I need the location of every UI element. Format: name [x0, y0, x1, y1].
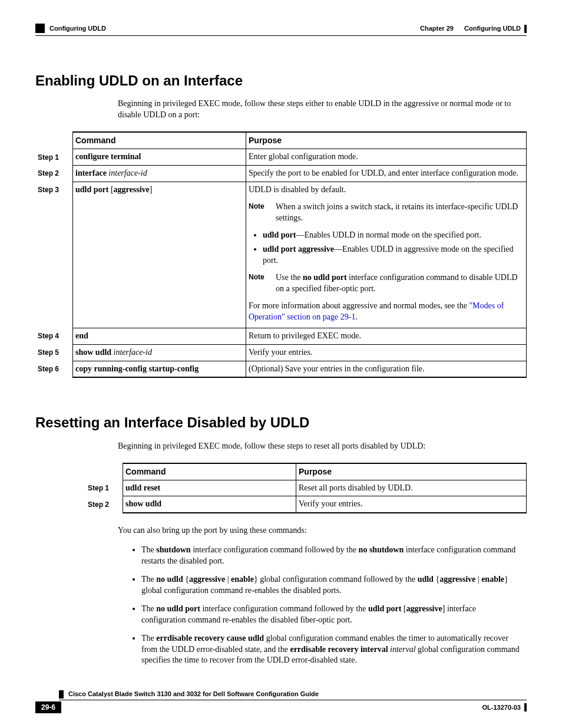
table-row: Step 6 copy running-config startup-confi… [35, 361, 527, 377]
section2-table: Command Purpose Step 1 udld reset Reset … [85, 463, 527, 514]
purpose: Verify your entries. [296, 496, 527, 513]
purpose: Specify the port to be enabled for UDLD,… [246, 165, 527, 182]
note-text: Use the no udld port interface configura… [276, 272, 524, 295]
cmd-arg: interface-id [108, 169, 147, 177]
header-bar-icon [524, 25, 527, 33]
list-item: udld port—Enables UDLD in normal mode on… [263, 230, 524, 241]
th-purpose: Purpose [246, 132, 527, 149]
purpose: (Optional) Save your entries in the conf… [246, 361, 527, 377]
purpose-line: For more information about aggressive an… [249, 301, 524, 323]
list-item: udld port aggressive—Enables UDLD in agg… [263, 244, 524, 266]
step-label: Step 1 [85, 480, 123, 496]
cmd: udld port [75, 185, 108, 194]
cmd: copy running-config startup-config [75, 364, 199, 373]
cmd: show udld [125, 499, 161, 508]
note-block: Note Use the no udld port interface conf… [249, 272, 524, 295]
note-text: When a switch joins a switch stack, it r… [276, 202, 524, 224]
cmd-arg: interface-id [114, 348, 152, 357]
page-header: Configuring UDLD Chapter 29 Configuring … [35, 24, 527, 33]
th-purpose: Purpose [296, 463, 527, 480]
section2-intro: Beginning in privileged EXEC mode, follo… [118, 441, 521, 452]
doc-id: OL-13270-03 [482, 703, 527, 712]
table-row: Step 1 configure terminal Enter global c… [35, 149, 527, 166]
cmd: configure terminal [75, 152, 141, 161]
note-block: Note When a switch joins a switch stack,… [249, 202, 524, 224]
page-footer: Cisco Catalyst Blade Switch 3130 and 303… [35, 690, 527, 713]
cmd: udld reset [125, 483, 160, 492]
table-row: Step 1 udld reset Reset all ports disabl… [85, 480, 527, 496]
list-item: The no udld port interface configuration… [141, 604, 521, 626]
purpose: Return to privileged EXEC mode. [246, 328, 527, 344]
step-label: Step 2 [35, 165, 73, 182]
table-row: Step 5 show udld interface-id Verify you… [35, 344, 527, 361]
header-right: Chapter 29 Configuring UDLD [420, 24, 527, 33]
header-square-icon [35, 24, 45, 33]
step-label: Step 4 [35, 328, 73, 344]
page-number: 29-6 [35, 701, 61, 713]
table-row: Step 4 end Return to privileged EXEC mod… [35, 328, 527, 344]
section1-intro: Beginning in privileged EXEC mode, follo… [118, 98, 521, 121]
step-label: Step 6 [35, 361, 73, 377]
header-chapter: Chapter 29 [420, 24, 454, 33]
header-right-title: Configuring UDLD [464, 24, 521, 33]
section1-table: Command Purpose Step 1 configure termina… [35, 131, 527, 378]
footer-guide-title: Cisco Catalyst Blade Switch 3130 and 303… [68, 690, 319, 699]
purpose: Verify your entries. [246, 344, 527, 361]
purpose-line: UDLD is disabled by default. [249, 185, 524, 196]
section2-bullets: The shutdown interface configuration com… [130, 545, 521, 666]
note-label: Note [249, 272, 266, 295]
purpose: Reset all ports disabled by UDLD. [296, 480, 527, 496]
th-command: Command [123, 463, 296, 480]
header-left: Configuring UDLD [35, 24, 106, 33]
step-label: Step 5 [35, 344, 73, 361]
list-item: The no udld {aggressive | enable} global… [141, 574, 521, 597]
cmd: interface [75, 169, 107, 177]
section2-after: You can also bring up the port by using … [118, 525, 521, 536]
th-command: Command [73, 132, 246, 149]
header-left-text: Configuring UDLD [49, 24, 106, 33]
section1-title: Enabling UDLD on an Interface [35, 71, 527, 90]
list-item: The shutdown interface configuration com… [141, 545, 521, 567]
cmd: end [75, 331, 88, 340]
step-label: Step 3 [35, 182, 73, 328]
list-item: The errdisable recovery cause udld globa… [141, 633, 521, 667]
section2-title: Resetting an Interface Disabled by UDLD [35, 413, 527, 432]
footer-right-bar-icon [524, 703, 527, 711]
step-label: Step 1 [35, 149, 73, 166]
table-row: Step 2 show udld Verify your entries. [85, 496, 527, 513]
footer-bar-icon [59, 690, 64, 699]
step-label: Step 2 [85, 496, 123, 513]
table-row: Step 2 interface interface-id Specify th… [35, 165, 527, 182]
header-rule [35, 35, 527, 36]
purpose: Enter global configuration mode. [246, 149, 527, 166]
note-label: Note [249, 202, 266, 224]
cmd: show udld [75, 348, 111, 357]
table-row: Step 3 udld port [aggressive] UDLD is di… [35, 182, 527, 328]
